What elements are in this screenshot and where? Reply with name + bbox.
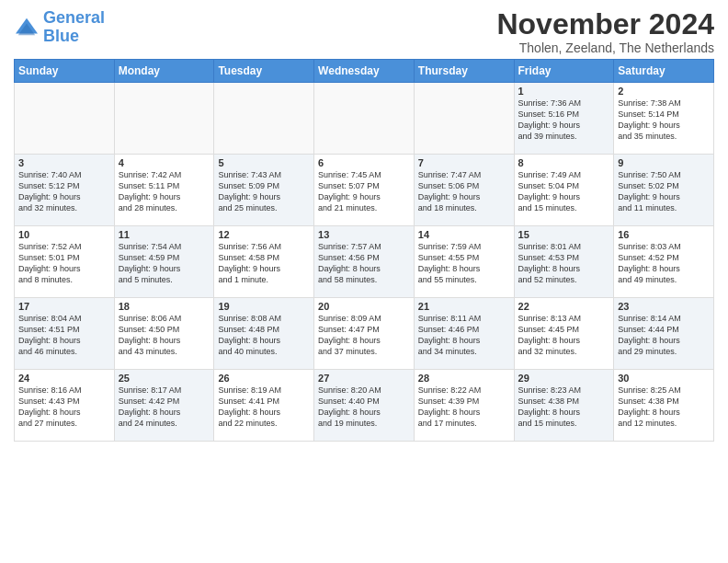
day-number: 29 [518, 373, 610, 384]
day-number: 6 [318, 157, 410, 168]
day-info: Sunrise: 7:38 AM Sunset: 5:14 PM Dayligh… [618, 98, 710, 143]
calendar-cell: 6Sunrise: 7:45 AM Sunset: 5:07 PM Daylig… [314, 155, 415, 226]
day-info: Sunrise: 8:08 AM Sunset: 4:48 PM Dayligh… [218, 313, 310, 358]
calendar-cell: 4Sunrise: 7:42 AM Sunset: 5:11 PM Daylig… [114, 155, 214, 226]
calendar-cell: 5Sunrise: 7:43 AM Sunset: 5:09 PM Daylig… [214, 155, 314, 226]
title-area: November 2024 Tholen, Zeeland, The Nethe… [496, 9, 714, 55]
day-info: Sunrise: 7:42 AM Sunset: 5:11 PM Dayligh… [119, 169, 210, 214]
header-saturday: Saturday [614, 60, 714, 83]
day-info: Sunrise: 8:11 AM Sunset: 4:46 PM Dayligh… [418, 313, 510, 358]
day-number: 21 [418, 301, 510, 312]
day-number: 22 [518, 301, 610, 312]
header-tuesday: Tuesday [214, 60, 314, 83]
day-number: 11 [119, 229, 210, 240]
logo-text: General Blue [43, 9, 105, 46]
day-number: 19 [218, 301, 310, 312]
day-info: Sunrise: 8:01 AM Sunset: 4:53 PM Dayligh… [518, 241, 610, 286]
day-info: Sunrise: 8:04 AM Sunset: 4:51 PM Dayligh… [18, 313, 110, 358]
week-row-2: 10Sunrise: 7:52 AM Sunset: 5:01 PM Dayli… [15, 226, 714, 298]
calendar-cell: 10Sunrise: 7:52 AM Sunset: 5:01 PM Dayli… [15, 226, 115, 298]
calendar-cell: 28Sunrise: 8:22 AM Sunset: 4:39 PM Dayli… [414, 370, 514, 442]
day-info: Sunrise: 8:25 AM Sunset: 4:38 PM Dayligh… [618, 385, 710, 430]
day-number: 7 [418, 157, 510, 168]
day-number: 23 [618, 301, 710, 312]
day-number: 16 [618, 229, 710, 240]
calendar-cell: 21Sunrise: 8:11 AM Sunset: 4:46 PM Dayli… [414, 298, 514, 370]
week-row-3: 17Sunrise: 8:04 AM Sunset: 4:51 PM Dayli… [15, 298, 714, 370]
day-info: Sunrise: 7:40 AM Sunset: 5:12 PM Dayligh… [18, 169, 110, 214]
day-info: Sunrise: 8:19 AM Sunset: 4:41 PM Dayligh… [218, 385, 310, 430]
month-title: November 2024 [496, 9, 714, 39]
day-info: Sunrise: 8:23 AM Sunset: 4:38 PM Dayligh… [518, 385, 610, 430]
calendar-cell: 9Sunrise: 7:50 AM Sunset: 5:02 PM Daylig… [614, 155, 714, 226]
day-number: 17 [18, 301, 110, 312]
day-number: 5 [218, 157, 310, 168]
day-number: 26 [218, 373, 310, 384]
day-info: Sunrise: 7:52 AM Sunset: 5:01 PM Dayligh… [18, 241, 110, 286]
header: General Blue November 2024 Tholen, Zeela… [14, 9, 714, 55]
calendar-cell: 2Sunrise: 7:38 AM Sunset: 5:14 PM Daylig… [614, 83, 714, 155]
calendar-cell: 11Sunrise: 7:54 AM Sunset: 4:59 PM Dayli… [114, 226, 214, 298]
day-info: Sunrise: 8:03 AM Sunset: 4:52 PM Dayligh… [618, 241, 710, 286]
day-number: 13 [318, 229, 410, 240]
day-info: Sunrise: 7:49 AM Sunset: 5:04 PM Dayligh… [518, 169, 610, 214]
calendar-cell: 8Sunrise: 7:49 AM Sunset: 5:04 PM Daylig… [514, 155, 614, 226]
calendar-cell: 7Sunrise: 7:47 AM Sunset: 5:06 PM Daylig… [414, 155, 514, 226]
calendar-table: SundayMondayTuesdayWednesdayThursdayFrid… [14, 59, 714, 442]
day-info: Sunrise: 8:14 AM Sunset: 4:44 PM Dayligh… [618, 313, 710, 358]
calendar-cell: 12Sunrise: 7:56 AM Sunset: 4:58 PM Dayli… [214, 226, 314, 298]
day-info: Sunrise: 8:13 AM Sunset: 4:45 PM Dayligh… [518, 313, 610, 358]
day-info: Sunrise: 8:16 AM Sunset: 4:43 PM Dayligh… [18, 385, 110, 430]
day-number: 12 [218, 229, 310, 240]
day-info: Sunrise: 7:54 AM Sunset: 4:59 PM Dayligh… [119, 241, 210, 286]
day-number: 28 [418, 373, 510, 384]
location-subtitle: Tholen, Zeeland, The Netherlands [496, 40, 714, 55]
day-number: 25 [119, 373, 210, 384]
calendar-cell: 27Sunrise: 8:20 AM Sunset: 4:40 PM Dayli… [314, 370, 415, 442]
calendar-cell: 19Sunrise: 8:08 AM Sunset: 4:48 PM Dayli… [214, 298, 314, 370]
day-info: Sunrise: 8:09 AM Sunset: 4:47 PM Dayligh… [318, 313, 410, 358]
calendar-cell: 13Sunrise: 7:57 AM Sunset: 4:56 PM Dayli… [314, 226, 415, 298]
logo: General Blue [14, 9, 105, 46]
logo-line2: Blue [43, 27, 79, 45]
day-number: 20 [318, 301, 410, 312]
calendar-cell: 23Sunrise: 8:14 AM Sunset: 4:44 PM Dayli… [614, 298, 714, 370]
calendar-cell: 17Sunrise: 8:04 AM Sunset: 4:51 PM Dayli… [15, 298, 115, 370]
calendar-cell: 18Sunrise: 8:06 AM Sunset: 4:50 PM Dayli… [114, 298, 214, 370]
calendar-cell: 29Sunrise: 8:23 AM Sunset: 4:38 PM Dayli… [514, 370, 614, 442]
calendar-cell [314, 83, 415, 155]
header-monday: Monday [114, 60, 214, 83]
calendar-cell [214, 83, 314, 155]
day-number: 30 [618, 373, 710, 384]
calendar-cell: 20Sunrise: 8:09 AM Sunset: 4:47 PM Dayli… [314, 298, 415, 370]
day-number: 3 [18, 157, 110, 168]
day-number: 14 [418, 229, 510, 240]
day-info: Sunrise: 7:36 AM Sunset: 5:16 PM Dayligh… [518, 98, 610, 143]
day-number: 18 [119, 301, 210, 312]
day-number: 2 [618, 86, 710, 97]
week-row-0: 1Sunrise: 7:36 AM Sunset: 5:16 PM Daylig… [15, 83, 714, 155]
header-sunday: Sunday [15, 60, 115, 83]
day-info: Sunrise: 7:45 AM Sunset: 5:07 PM Dayligh… [318, 169, 410, 214]
calendar-cell: 24Sunrise: 8:16 AM Sunset: 4:43 PM Dayli… [15, 370, 115, 442]
day-number: 8 [518, 157, 610, 168]
header-friday: Friday [514, 60, 614, 83]
calendar-cell: 3Sunrise: 7:40 AM Sunset: 5:12 PM Daylig… [15, 155, 115, 226]
day-info: Sunrise: 7:56 AM Sunset: 4:58 PM Dayligh… [218, 241, 310, 286]
calendar-cell [414, 83, 514, 155]
calendar-header-row: SundayMondayTuesdayWednesdayThursdayFrid… [15, 60, 714, 83]
day-info: Sunrise: 8:06 AM Sunset: 4:50 PM Dayligh… [119, 313, 210, 358]
calendar-cell [114, 83, 214, 155]
calendar-cell: 26Sunrise: 8:19 AM Sunset: 4:41 PM Dayli… [214, 370, 314, 442]
calendar-cell: 30Sunrise: 8:25 AM Sunset: 4:38 PM Dayli… [614, 370, 714, 442]
day-number: 10 [18, 229, 110, 240]
day-info: Sunrise: 7:43 AM Sunset: 5:09 PM Dayligh… [218, 169, 310, 214]
calendar-cell [15, 83, 115, 155]
day-info: Sunrise: 7:59 AM Sunset: 4:55 PM Dayligh… [418, 241, 510, 286]
day-info: Sunrise: 7:57 AM Sunset: 4:56 PM Dayligh… [318, 241, 410, 286]
day-info: Sunrise: 8:17 AM Sunset: 4:42 PM Dayligh… [119, 385, 210, 430]
day-number: 24 [18, 373, 110, 384]
header-thursday: Thursday [414, 60, 514, 83]
calendar-cell: 22Sunrise: 8:13 AM Sunset: 4:45 PM Dayli… [514, 298, 614, 370]
calendar-cell: 15Sunrise: 8:01 AM Sunset: 4:53 PM Dayli… [514, 226, 614, 298]
